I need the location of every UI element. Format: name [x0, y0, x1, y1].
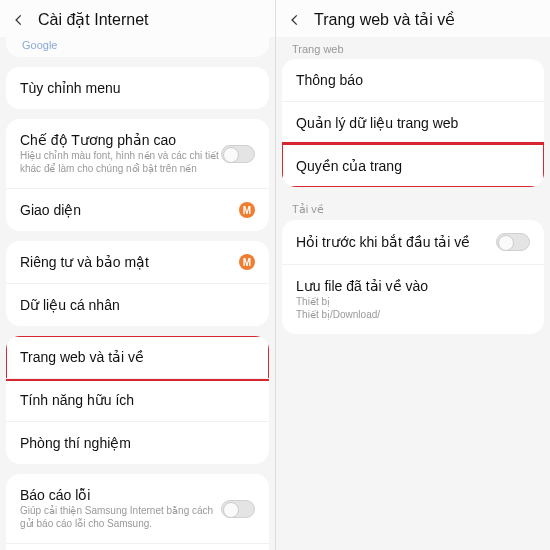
sublabel1: Thiết bị — [296, 296, 330, 309]
label: Báo cáo lỗi — [20, 487, 221, 503]
sublabel: Hiệu chỉnh màu font, hình nền và các chi… — [20, 150, 221, 175]
row-personal-data[interactable]: Dữ liệu cá nhân — [6, 284, 269, 326]
label: Lưu file đã tải về vào — [296, 278, 428, 294]
label: Riêng tư và bảo mật — [20, 254, 239, 270]
right-panel: Trang web và tải về Trang web Thông báo … — [275, 0, 550, 550]
section-label-downloads: Tải về — [276, 197, 550, 220]
card-report: Báo cáo lỗi Giúp cải thiện Samsung Inter… — [6, 474, 269, 550]
label: Hỏi trước khi bắt đầu tải về — [296, 234, 496, 250]
header: Cài đặt Internet — [0, 0, 275, 37]
row-save-location[interactable]: Lưu file đã tải về vào Thiết bị Thiết bị… — [282, 265, 544, 334]
m-badge-icon: M — [239, 254, 255, 270]
back-icon[interactable] — [286, 11, 304, 29]
row-privacy[interactable]: Riêng tư và bảo mật M — [6, 241, 269, 284]
label: Tính năng hữu ích — [20, 392, 255, 408]
section-label-web: Trang web — [276, 37, 550, 59]
label: Phòng thí nghiệm — [20, 435, 255, 451]
sublabel2: Thiết bị/Download/ — [296, 309, 380, 322]
label: Trang web và tải về — [20, 349, 255, 365]
row-labs[interactable]: Phòng thí nghiệm — [6, 422, 269, 464]
page-title: Cài đặt Internet — [38, 10, 149, 29]
card-downloads: Hỏi trước khi bắt đầu tải về Lưu file đã… — [282, 220, 544, 334]
right-scroll: Trang web Thông báo Quản lý dữ liệu tran… — [276, 37, 550, 550]
header: Trang web và tải về — [276, 0, 550, 37]
label: Giao diện — [20, 202, 239, 218]
google-hint: Google — [6, 37, 269, 57]
row-customize-menu[interactable]: Tùy chỉnh menu — [6, 67, 269, 109]
row-permissions[interactable]: Quyền của trang — [282, 145, 544, 187]
row-interface[interactable]: Giao diện M — [6, 189, 269, 231]
label: Chế độ Tương phản cao — [20, 132, 221, 148]
card-web: Thông báo Quản lý dữ liệu trang web Quyề… — [282, 59, 544, 187]
left-scroll: Tùy chỉnh menu Chế độ Tương phản cao Hiệ… — [0, 67, 275, 550]
row-notifications[interactable]: Thông báo — [282, 59, 544, 102]
row-web-downloads[interactable]: Trang web và tải về — [6, 336, 269, 379]
toggle-ask-before[interactable] — [496, 233, 530, 251]
page-title: Trang web và tải về — [314, 10, 455, 29]
toggle-high-contrast[interactable] — [221, 145, 255, 163]
label: Dữ liệu cá nhân — [20, 297, 255, 313]
row-ask-before[interactable]: Hỏi trước khi bắt đầu tải về — [282, 220, 544, 265]
label: Tùy chỉnh menu — [20, 80, 255, 96]
label: Quyền của trang — [296, 158, 530, 174]
card-customize: Tùy chỉnh menu — [6, 67, 269, 109]
label: Quản lý dữ liệu trang web — [296, 115, 530, 131]
row-report[interactable]: Báo cáo lỗi Giúp cải thiện Samsung Inter… — [6, 474, 269, 544]
left-panel: Cài đặt Internet Google Tùy chỉnh menu C… — [0, 0, 275, 550]
row-useful[interactable]: Tính năng hữu ích — [6, 379, 269, 422]
card-appearance: Chế độ Tương phản cao Hiệu chỉnh màu fon… — [6, 119, 269, 231]
card-web-features: Trang web và tải về Tính năng hữu ích Ph… — [6, 336, 269, 464]
row-manage-data[interactable]: Quản lý dữ liệu trang web — [282, 102, 544, 145]
sublabel: Giúp cải thiện Samsung Internet bằng các… — [20, 505, 221, 530]
m-badge-icon: M — [239, 202, 255, 218]
row-high-contrast[interactable]: Chế độ Tương phản cao Hiệu chỉnh màu fon… — [6, 119, 269, 189]
back-icon[interactable] — [10, 11, 28, 29]
label: Thông báo — [296, 72, 530, 88]
row-stop-using[interactable]: Ngưng sử dụng Samsung Internet — [6, 544, 269, 550]
toggle-report[interactable] — [221, 500, 255, 518]
card-privacy: Riêng tư và bảo mật M Dữ liệu cá nhân — [6, 241, 269, 326]
